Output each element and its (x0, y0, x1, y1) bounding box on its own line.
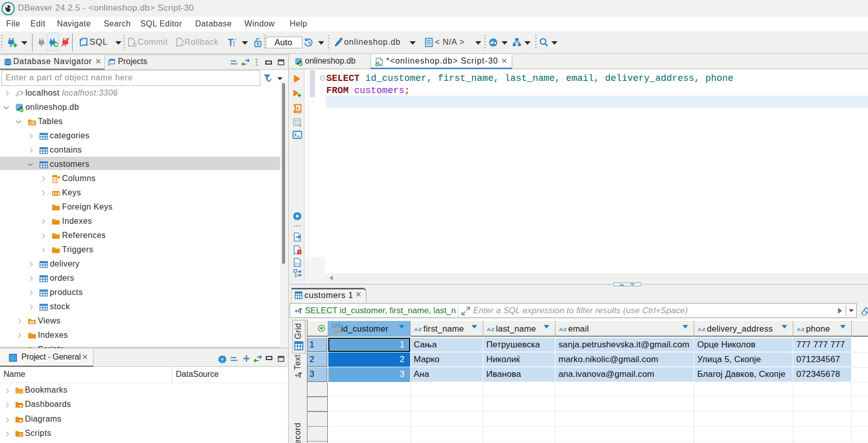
svg-text:(x): (x) (295, 261, 300, 266)
